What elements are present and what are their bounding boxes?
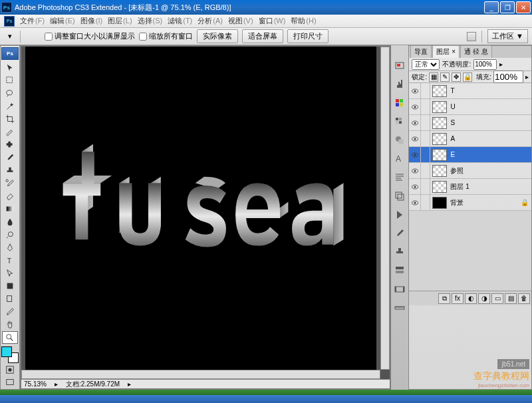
canvas[interactable]: [25, 47, 376, 370]
status-menu-icon[interactable]: ▸: [128, 380, 131, 388]
menu-window[interactable]: 窗口(W): [256, 15, 289, 27]
fit-screen-button[interactable]: 适合屏幕: [242, 29, 283, 43]
styles-panel-icon[interactable]: [392, 133, 407, 148]
menu-help[interactable]: 帮助(H): [288, 15, 319, 27]
print-size-button[interactable]: 打印尺寸: [287, 29, 329, 43]
hand-tool[interactable]: [2, 319, 18, 331]
layer-name[interactable]: T: [449, 87, 531, 94]
layercomps-panel-icon[interactable]: [392, 189, 407, 203]
heal-tool[interactable]: [2, 138, 18, 151]
layer-thumbnail[interactable]: [432, 85, 447, 97]
status-chevron-icon[interactable]: ▸: [55, 380, 58, 388]
maximize-button[interactable]: ❐: [500, 1, 515, 13]
tab-channels-paths[interactable]: 通 径 息: [460, 45, 492, 58]
link-layers-icon[interactable]: ⧉: [438, 293, 450, 304]
visibility-eye-icon[interactable]: [409, 131, 421, 146]
layer-row[interactable]: E: [409, 147, 531, 163]
layer-link-cell[interactable]: [421, 195, 430, 210]
marquee-tool[interactable]: [2, 74, 18, 87]
eraser-tool[interactable]: [2, 190, 18, 203]
minimize-button[interactable]: _: [484, 1, 499, 13]
layer-link-cell[interactable]: [421, 163, 430, 178]
visibility-eye-icon[interactable]: [409, 83, 421, 98]
pen-tool[interactable]: [2, 241, 18, 254]
menu-view[interactable]: 视图(V): [225, 15, 256, 27]
stamp-tool[interactable]: [2, 164, 18, 177]
zoom-all-windows-checkbox[interactable]: 缩放所有窗口: [139, 31, 193, 41]
visibility-eye-icon[interactable]: [409, 195, 421, 210]
lock-position-icon[interactable]: ✥: [452, 72, 461, 82]
paragraph-panel-icon[interactable]: [392, 170, 407, 185]
foreground-color-swatch[interactable]: [1, 346, 12, 357]
layer-link-cell[interactable]: [421, 115, 430, 130]
lock-transparency-icon[interactable]: ▦: [429, 72, 438, 82]
brushes-panel-icon[interactable]: [392, 226, 407, 241]
layer-row[interactable]: U: [409, 99, 531, 115]
layer-name[interactable]: S: [449, 119, 531, 126]
menu-edit[interactable]: 编辑(E): [47, 15, 78, 27]
adjustment-layer-icon[interactable]: ◑: [478, 293, 490, 304]
canvas-viewport[interactable]: [21, 47, 380, 370]
measure-panel-icon[interactable]: [392, 301, 407, 315]
menu-filter[interactable]: 滤镜(T): [165, 15, 195, 27]
visibility-eye-icon[interactable]: [409, 99, 421, 114]
gradient-tool[interactable]: [2, 203, 18, 215]
actual-pixels-button[interactable]: 实际像素: [197, 29, 238, 43]
visibility-eye-icon[interactable]: [409, 115, 421, 130]
character-panel-icon[interactable]: A: [392, 152, 407, 166]
tab-layers[interactable]: 图层 ×: [432, 45, 460, 58]
layer-thumbnail[interactable]: [432, 181, 447, 193]
blend-mode-select[interactable]: 正常: [412, 59, 440, 70]
visibility-eye-icon[interactable]: [409, 163, 421, 178]
opacity-input[interactable]: [473, 59, 497, 70]
slice-tool[interactable]: [2, 126, 18, 138]
toolpresets-panel-icon[interactable]: [392, 263, 407, 278]
menu-image[interactable]: 图像(I): [78, 15, 105, 27]
layer-thumbnail[interactable]: [432, 149, 447, 161]
visibility-eye-icon[interactable]: [409, 147, 421, 162]
menu-select[interactable]: 选择(S): [135, 15, 166, 27]
zoom-readout[interactable]: 75.13%: [24, 380, 47, 388]
layer-name[interactable]: 参照: [449, 166, 531, 176]
layer-name[interactable]: A: [449, 135, 531, 142]
quickmask-toggle[interactable]: [2, 363, 18, 376]
visibility-eye-icon[interactable]: [409, 179, 421, 194]
history-brush-tool[interactable]: [2, 177, 18, 190]
menu-file[interactable]: 文件(F): [17, 15, 47, 27]
move-tool[interactable]: [2, 61, 18, 74]
close-button[interactable]: ✕: [516, 1, 531, 13]
lasso-tool[interactable]: [2, 87, 18, 100]
layer-thumbnail[interactable]: [432, 117, 447, 129]
layer-link-cell[interactable]: [421, 147, 430, 162]
layer-row[interactable]: S: [409, 115, 531, 131]
layer-link-cell[interactable]: [421, 179, 430, 194]
animation-panel-icon[interactable]: [392, 282, 407, 297]
panel-toggle-icon[interactable]: [467, 32, 476, 41]
vertical-scrollbar[interactable]: [380, 47, 390, 370]
navigator-panel-icon[interactable]: [392, 59, 407, 73]
crop-tool[interactable]: [2, 113, 18, 126]
type-tool[interactable]: T: [2, 254, 18, 267]
layer-thumbnail[interactable]: [432, 133, 447, 145]
new-layer-icon[interactable]: ▤: [505, 293, 517, 304]
dodge-tool[interactable]: [2, 228, 18, 241]
fill-slider-icon[interactable]: ▸: [525, 73, 529, 80]
shape-tool[interactable]: [2, 280, 18, 293]
blur-tool[interactable]: [2, 215, 18, 228]
menu-layer[interactable]: 图层(L): [105, 15, 134, 27]
menu-analysis[interactable]: 分析(A): [195, 15, 225, 27]
histogram-panel-icon[interactable]: [392, 77, 407, 92]
horizontal-scrollbar[interactable]: [21, 370, 380, 379]
color-swatches[interactable]: [1, 346, 19, 363]
brush-tool[interactable]: [2, 152, 18, 164]
os-taskbar[interactable]: [0, 390, 532, 403]
layer-link-cell[interactable]: [421, 99, 430, 114]
layer-name[interactable]: 图层 1: [449, 182, 531, 192]
resize-window-checkbox[interactable]: 调整窗口大小以满屏显示: [45, 31, 135, 41]
lock-pixels-icon[interactable]: ✎: [440, 72, 450, 82]
layers-empty-area[interactable]: [409, 211, 531, 291]
layer-link-cell[interactable]: [421, 83, 430, 98]
layer-thumbnail[interactable]: [432, 101, 447, 113]
wand-tool[interactable]: [2, 100, 18, 112]
fill-input[interactable]: [493, 70, 523, 83]
